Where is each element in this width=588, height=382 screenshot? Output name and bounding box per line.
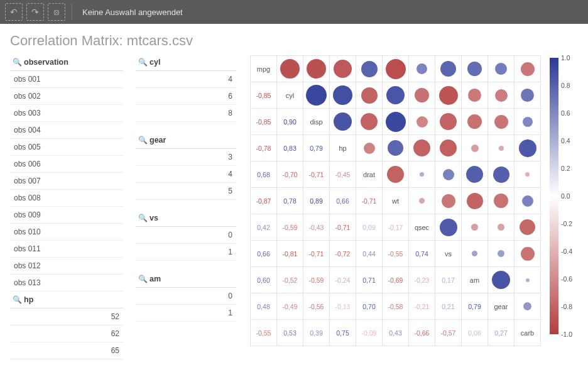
matrix-cell-dot[interactable] bbox=[514, 241, 541, 267]
matrix-diag-label[interactable]: cyl bbox=[277, 82, 303, 109]
filter-value[interactable]: 4 bbox=[136, 166, 236, 183]
matrix-cell-value[interactable]: -0,69 bbox=[383, 267, 409, 293]
matrix-cell-dot[interactable] bbox=[488, 56, 514, 82]
matrix-cell-value[interactable]: 0,44 bbox=[356, 241, 383, 267]
filter-value[interactable]: obs 004 bbox=[10, 122, 123, 139]
matrix-cell-value[interactable]: -0,87 bbox=[251, 188, 277, 214]
matrix-cell-value[interactable]: 0,53 bbox=[277, 320, 303, 346]
filter-value[interactable]: obs 005 bbox=[10, 139, 123, 156]
filter-header-am[interactable]: 🔍 am bbox=[136, 271, 236, 288]
matrix-cell-value[interactable]: -0,24 bbox=[330, 267, 356, 293]
matrix-cell-dot[interactable] bbox=[409, 161, 435, 188]
matrix-cell-value[interactable]: -0,78 bbox=[251, 135, 277, 161]
matrix-cell-dot[interactable] bbox=[435, 161, 462, 188]
matrix-cell-dot[interactable] bbox=[409, 188, 435, 214]
matrix-cell-dot[interactable] bbox=[462, 135, 488, 161]
matrix-cell-dot[interactable] bbox=[435, 82, 462, 109]
matrix-cell-dot[interactable] bbox=[488, 161, 514, 188]
matrix-cell-dot[interactable] bbox=[409, 82, 435, 109]
matrix-cell-dot[interactable] bbox=[488, 241, 514, 267]
matrix-cell-dot[interactable] bbox=[435, 109, 462, 135]
matrix-diag-label[interactable]: am bbox=[462, 267, 488, 293]
matrix-cell-dot[interactable] bbox=[514, 188, 541, 214]
filter-value[interactable]: obs 010 bbox=[10, 224, 123, 241]
matrix-cell-dot[interactable] bbox=[435, 56, 462, 82]
matrix-cell-value[interactable]: -0,09 bbox=[356, 320, 383, 346]
matrix-cell-value[interactable]: -0,85 bbox=[251, 82, 277, 109]
filter-value[interactable]: 1 bbox=[136, 305, 236, 322]
matrix-cell-dot[interactable] bbox=[303, 56, 330, 82]
matrix-cell-dot[interactable] bbox=[462, 56, 488, 82]
filter-value[interactable]: obs 006 bbox=[10, 156, 123, 173]
matrix-cell-value[interactable]: 0,75 bbox=[330, 320, 356, 346]
matrix-cell-dot[interactable] bbox=[330, 109, 356, 135]
filter-value[interactable]: obs 013 bbox=[10, 275, 123, 292]
matrix-cell-dot[interactable] bbox=[356, 109, 383, 135]
filter-header-observation[interactable]: 🔍 observation bbox=[10, 54, 123, 71]
matrix-cell-dot[interactable] bbox=[409, 109, 435, 135]
matrix-cell-dot[interactable] bbox=[330, 82, 356, 109]
matrix-cell-value[interactable]: -0,55 bbox=[251, 320, 277, 346]
matrix-cell-dot[interactable] bbox=[303, 82, 330, 109]
matrix-cell-dot[interactable] bbox=[383, 161, 409, 188]
matrix-cell-value[interactable]: -0,59 bbox=[303, 267, 330, 293]
matrix-cell-dot[interactable] bbox=[435, 135, 462, 161]
filter-value[interactable]: 52 bbox=[10, 308, 123, 325]
matrix-cell-value[interactable]: -0,45 bbox=[330, 161, 356, 188]
matrix-cell-value[interactable]: 0,60 bbox=[251, 267, 277, 293]
matrix-cell-value[interactable]: 0,78 bbox=[277, 188, 303, 214]
matrix-cell-dot[interactable] bbox=[462, 82, 488, 109]
matrix-cell-value[interactable]: -0,56 bbox=[303, 293, 330, 320]
filter-value[interactable]: 3 bbox=[136, 149, 236, 166]
filter-value[interactable]: obs 002 bbox=[10, 88, 123, 105]
filter-value[interactable]: 8 bbox=[136, 105, 236, 122]
matrix-cell-dot[interactable] bbox=[488, 82, 514, 109]
matrix-cell-dot[interactable] bbox=[462, 109, 488, 135]
matrix-cell-dot[interactable] bbox=[514, 214, 541, 241]
matrix-cell-dot[interactable] bbox=[514, 56, 541, 82]
matrix-cell-dot[interactable] bbox=[514, 82, 541, 109]
filter-value[interactable]: 0 bbox=[136, 227, 236, 244]
matrix-cell-dot[interactable] bbox=[514, 293, 541, 320]
filter-value[interactable]: 6 bbox=[136, 88, 236, 105]
matrix-cell-value[interactable]: -0,17 bbox=[383, 214, 409, 241]
selection-clear-icon[interactable]: ⦻ bbox=[48, 3, 65, 21]
matrix-diag-label[interactable]: hp bbox=[330, 135, 356, 161]
matrix-cell-value[interactable]: 0,06 bbox=[462, 320, 488, 346]
matrix-cell-value[interactable]: 0,79 bbox=[303, 135, 330, 161]
matrix-cell-dot[interactable] bbox=[383, 109, 409, 135]
matrix-cell-dot[interactable] bbox=[488, 214, 514, 241]
matrix-cell-dot[interactable] bbox=[409, 56, 435, 82]
matrix-cell-dot[interactable] bbox=[383, 82, 409, 109]
matrix-cell-value[interactable]: -0,66 bbox=[409, 320, 435, 346]
matrix-diag-label[interactable]: vs bbox=[435, 241, 462, 267]
matrix-cell-value[interactable]: -0,13 bbox=[330, 293, 356, 320]
matrix-cell-value[interactable]: 0,66 bbox=[330, 188, 356, 214]
matrix-cell-dot[interactable] bbox=[462, 188, 488, 214]
matrix-cell-value[interactable]: 0,83 bbox=[277, 135, 303, 161]
matrix-cell-value[interactable]: 0,70 bbox=[356, 293, 383, 320]
matrix-cell-value[interactable]: -0,49 bbox=[277, 293, 303, 320]
filter-value[interactable]: obs 011 bbox=[10, 241, 123, 258]
matrix-cell-value[interactable]: -0,71 bbox=[330, 214, 356, 241]
filter-header-gear[interactable]: 🔍 gear bbox=[136, 132, 236, 149]
matrix-cell-value[interactable]: -0,43 bbox=[303, 214, 330, 241]
filter-value[interactable]: obs 012 bbox=[10, 258, 123, 275]
matrix-cell-dot[interactable] bbox=[514, 267, 541, 293]
matrix-diag-label[interactable]: disp bbox=[303, 109, 330, 135]
filter-value[interactable]: obs 009 bbox=[10, 207, 123, 224]
matrix-diag-label[interactable]: drat bbox=[356, 161, 383, 188]
correlation-matrix[interactable]: mpg↖-0,85cyl-0,850,90disp-0,780,830,79hp… bbox=[250, 55, 541, 346]
matrix-cell-dot[interactable] bbox=[383, 56, 409, 82]
matrix-cell-value[interactable]: -0,59 bbox=[277, 214, 303, 241]
matrix-cell-value[interactable]: 0,39 bbox=[303, 320, 330, 346]
matrix-cell-value[interactable]: -0,57 bbox=[435, 320, 462, 346]
selection-forward-icon[interactable]: ↷ bbox=[26, 3, 44, 21]
matrix-cell-value[interactable]: -0,71 bbox=[303, 241, 330, 267]
matrix-cell-value[interactable]: -0,21 bbox=[409, 293, 435, 320]
matrix-cell-value[interactable]: 0,48 bbox=[251, 293, 277, 320]
filter-value[interactable]: obs 001 bbox=[10, 71, 123, 88]
filter-value[interactable]: obs 008 bbox=[10, 190, 123, 207]
filter-header-vs[interactable]: 🔍 vs bbox=[136, 210, 236, 227]
matrix-cell-dot[interactable] bbox=[356, 56, 383, 82]
